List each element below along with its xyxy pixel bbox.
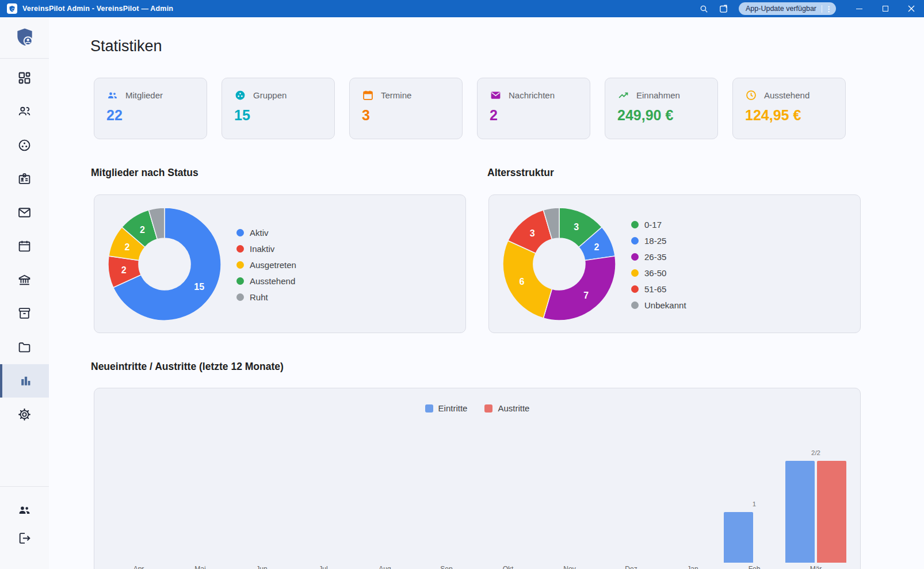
people-filled-icon — [17, 503, 32, 517]
legend-dot — [236, 261, 244, 269]
legend-dot — [236, 277, 244, 285]
slice-value-label: 7 — [583, 291, 589, 300]
app-logo-icon — [7, 3, 17, 14]
section-title-alter: Altersstruktur — [487, 167, 554, 179]
legend-swatch — [484, 404, 492, 413]
stat-card-gruppen: Gruppen 15 — [222, 78, 335, 139]
legend-item-Unbekannt[interactable]: Unbekannt — [631, 297, 686, 313]
legend-label: Aktiv — [250, 228, 269, 238]
sidebar-divider — [0, 58, 49, 59]
legend-label: Ausstehend — [250, 276, 295, 286]
status-donut-legend: AktivInaktivAusgetretenAusstehendRuht — [236, 224, 296, 305]
legend-dot — [236, 245, 244, 253]
stat-card-mitglieder: Mitglieder 22 — [94, 78, 207, 139]
legend-label: Ruht — [250, 292, 268, 302]
slice-value-label: 3 — [530, 228, 535, 238]
legend-dot — [236, 293, 244, 301]
x-axis-label: Apr — [121, 565, 156, 569]
logout-icon — [17, 531, 32, 545]
main-content: Statistiken Mitglieder 22 Gruppen 15 Ter… — [49, 17, 924, 569]
sidebar-item-benutzer[interactable] — [0, 496, 49, 524]
sidebar-item-mitglieder[interactable] — [0, 95, 49, 128]
page-title: Statistiken — [90, 37, 162, 55]
sidebar-item-gruppen[interactable] — [0, 128, 49, 162]
clock-icon — [745, 89, 757, 101]
bar-eintritte-Mär[interactable] — [785, 461, 815, 563]
sidebar-item-dokumente[interactable] — [0, 330, 49, 364]
legend-item-Ruht[interactable]: Ruht — [236, 289, 296, 305]
stat-card-einnahmen: Einnahmen 249,90 € — [605, 78, 718, 139]
trending-up-icon — [617, 89, 629, 101]
x-axis-label: Dez — [614, 565, 648, 569]
app-update-button[interactable]: App-Update verfügbar ⋮ — [739, 2, 836, 15]
stat-value: 2 — [490, 107, 578, 124]
window-title: VereinsPilot Admin - VereinsPilot — Admi… — [22, 5, 173, 13]
extensions-icon[interactable] — [713, 0, 733, 17]
sidebar-item-finanzen[interactable] — [0, 263, 49, 296]
sidebar-item-einstellungen[interactable] — [0, 398, 49, 431]
donut-slice-3[interactable] — [503, 240, 552, 318]
x-axis-label: Jul — [306, 565, 341, 569]
legend-dot — [631, 237, 639, 245]
sidebar-item-ausweise[interactable] — [0, 162, 49, 196]
minimize-button[interactable] — [846, 0, 872, 17]
legend-dot — [631, 269, 639, 277]
legend-item-Aktiv[interactable]: Aktiv — [236, 224, 296, 240]
legend-dot — [631, 221, 639, 228]
dashboard-icon — [17, 71, 32, 85]
legend-item-0-17[interactable]: 0-17 — [631, 216, 686, 232]
x-axis-label: Okt — [491, 565, 525, 569]
stat-label: Nachrichten — [509, 90, 555, 100]
x-axis-label: Mär — [799, 565, 833, 569]
calendar-icon — [362, 89, 374, 101]
search-icon[interactable] — [694, 0, 713, 17]
bar-eintritte-Feb[interactable] — [724, 512, 753, 563]
legend-item-26-35[interactable]: 26-35 — [631, 249, 686, 265]
slice-value-label: 3 — [574, 222, 579, 232]
bar-value-label: 2/2 — [793, 449, 839, 456]
legend-item-Ausgetreten[interactable]: Ausgetreten — [236, 257, 296, 273]
sidebar-item-termine[interactable] — [0, 230, 49, 263]
bar-legend-item-Austritte[interactable]: Austritte — [484, 403, 529, 413]
x-axis-label: Mai — [183, 565, 217, 569]
app-logo[interactable] — [0, 17, 49, 58]
bar-legend-item-Eintritte[interactable]: Eintritte — [425, 403, 468, 413]
pill-divider — [822, 5, 822, 13]
legend-item-51-65[interactable]: 51-65 — [631, 281, 686, 297]
legend-dot — [631, 285, 639, 293]
donut-slice-2[interactable] — [543, 256, 616, 320]
stat-label: Gruppen — [253, 90, 287, 100]
legend-label: 18-25 — [644, 236, 666, 246]
legend-label: 0-17 — [644, 220, 662, 230]
stat-card-termine: Termine 3 — [349, 78, 463, 139]
bar-austritte-Mär[interactable] — [817, 461, 846, 563]
stat-label: Ausstehend — [764, 90, 810, 100]
gear-icon — [17, 407, 32, 422]
sidebar-item-dashboard[interactable] — [0, 61, 49, 94]
legend-label: Inaktiv — [250, 244, 274, 254]
group-circle-icon — [234, 89, 246, 101]
x-axis-label: Aug — [368, 565, 402, 569]
bar-chart-icon — [18, 373, 33, 388]
id-badge-icon — [17, 171, 32, 186]
pill-menu-icon[interactable]: ⋮ — [825, 5, 833, 13]
sidebar-item-archiv[interactable] — [0, 297, 49, 330]
slice-value-label: 2 — [121, 265, 127, 275]
sidebar-item-nachrichten[interactable] — [0, 196, 49, 229]
group-circle-icon — [17, 138, 32, 152]
legend-item-Ausstehend[interactable]: Ausstehend — [236, 273, 296, 289]
people-icon — [106, 89, 119, 101]
legend-item-Inaktiv[interactable]: Inaktiv — [236, 240, 296, 257]
stat-card-nachrichten: Nachrichten 2 — [477, 78, 590, 139]
stat-card-ausstehend: Ausstehend 124,95 € — [732, 78, 846, 139]
sidebar-item-statistiken[interactable] — [0, 364, 49, 398]
legend-item-18-25[interactable]: 18-25 — [631, 232, 686, 249]
legend-item-36-50[interactable]: 36-50 — [631, 265, 686, 281]
x-axis-label: Jan — [675, 565, 710, 569]
stat-value: 22 — [106, 107, 194, 124]
maximize-button[interactable] — [872, 0, 898, 17]
slice-value-label: 6 — [520, 277, 525, 287]
status-donut-card: 15222 AktivInaktivAusgetretenAusstehendR… — [94, 194, 466, 333]
sidebar-item-abmelden[interactable] — [0, 524, 49, 552]
close-button[interactable] — [898, 0, 924, 17]
